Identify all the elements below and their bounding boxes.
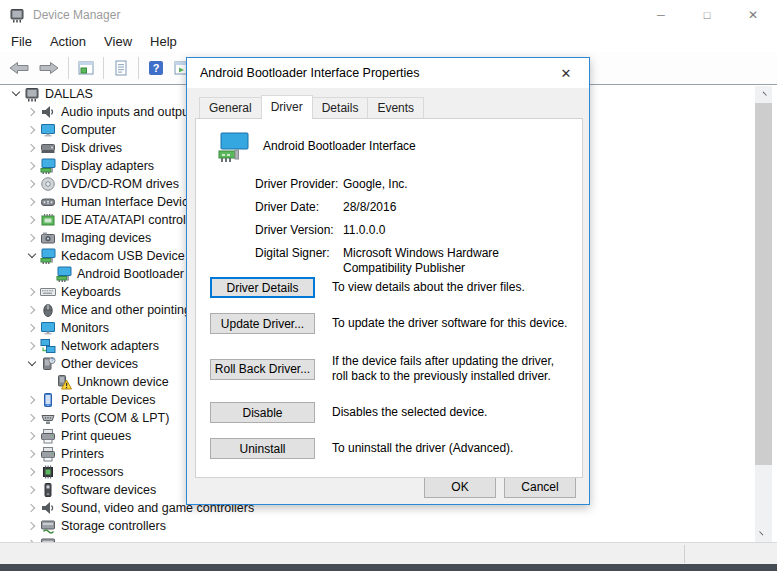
tree-item-label: Audio inputs and outputs (61, 105, 199, 119)
chevron-collapsed-icon[interactable] (24, 500, 40, 516)
chevron-collapsed-icon[interactable] (24, 392, 40, 408)
tree-item-label: Storage controllers (61, 519, 166, 533)
uninstall-button[interactable]: Uninstall (210, 438, 315, 459)
tree-item-label: Printers (61, 447, 104, 461)
action-desc-disable: Disables the selected device. (332, 405, 487, 420)
tree-item-label: DVD/CD-ROM drives (61, 177, 179, 191)
scroll-down-icon[interactable] (755, 525, 772, 542)
toolbar-separator (138, 57, 139, 79)
field-value-digital-signer: Microsoft Windows Hardware Compatibility… (343, 246, 565, 276)
maximize-icon[interactable]: □ (684, 0, 730, 30)
ok-button[interactable]: OK (424, 476, 496, 498)
menu-item-file[interactable]: File (2, 32, 41, 51)
forward-icon[interactable] (34, 55, 64, 81)
disk-icon (40, 140, 56, 156)
chevron-collapsed-icon[interactable] (24, 338, 40, 354)
svg-text:?: ? (153, 62, 160, 74)
driver-details-button[interactable]: Driver Details (210, 277, 315, 298)
status-bar (0, 542, 777, 564)
chevron-collapsed-icon[interactable] (24, 230, 40, 246)
ports-icon (40, 410, 56, 426)
chevron-collapsed-icon[interactable] (24, 320, 40, 336)
chevron-collapsed-icon[interactable] (24, 410, 40, 426)
chevron-collapsed-icon[interactable] (24, 140, 40, 156)
chevron-collapsed-icon[interactable] (24, 482, 40, 498)
tree-item-label: Computer (61, 123, 116, 137)
chevron-expanded-icon[interactable] (8, 86, 24, 102)
device-header: Android Bootloader Interface (217, 131, 416, 163)
chevron-collapsed-icon[interactable] (24, 194, 40, 210)
field-label-digital-signer: Digital Signer: (255, 246, 343, 276)
tree-item-label: Unknown device (77, 375, 169, 389)
tree-item-label: IDE ATA/ATAPI controllers (61, 213, 206, 227)
properties-icon[interactable] (108, 55, 134, 81)
monitor-icon (40, 320, 56, 336)
close-icon[interactable]: ✕ (730, 0, 776, 30)
tab-general[interactable]: General (199, 97, 262, 118)
action-desc-roll-back-driver: If the device fails after updating the d… (332, 354, 570, 384)
tab-details[interactable]: Details (312, 97, 369, 118)
chevron-collapsed-icon[interactable] (24, 302, 40, 318)
device-manager-window: Device Manager ─ □ ✕ FileActionViewHelp … (0, 0, 777, 571)
roll-back-driver-button[interactable]: Roll Back Driver... (210, 359, 315, 380)
tab-events[interactable]: Events (367, 97, 424, 118)
toolbar-separator (103, 57, 104, 79)
action-row-update-driver: Update Driver...To update the driver sof… (210, 313, 570, 334)
chevron-collapsed-icon[interactable] (24, 212, 40, 228)
driver-actions: Driver DetailsTo view details about the … (210, 277, 570, 459)
field-value-driver-date: 28/8/2016 (343, 200, 565, 215)
toolbar-separator (68, 57, 69, 79)
imaging-icon (40, 230, 56, 246)
display-adapter-icon (40, 248, 56, 264)
menu-item-help[interactable]: Help (141, 32, 186, 51)
dialog-close-icon[interactable]: ✕ (549, 58, 583, 88)
tree-item-label: DALLAS (45, 87, 93, 101)
tree-item-label: Imaging devices (61, 231, 151, 245)
network-icon (40, 338, 56, 354)
help-icon[interactable]: ? (143, 55, 169, 81)
storage-icon (40, 518, 56, 534)
printer-icon (40, 446, 56, 462)
chevron-collapsed-icon[interactable] (24, 428, 40, 444)
menu-item-view[interactable]: View (95, 32, 141, 51)
other-device-icon: ? (40, 356, 56, 372)
device-name: Android Bootloader Interface (263, 139, 416, 163)
tree-item-storage-controllers[interactable]: Storage controllers (0, 517, 777, 535)
chevron-collapsed-icon[interactable] (24, 104, 40, 120)
chevron-collapsed-icon[interactable] (24, 284, 40, 300)
chevron-collapsed-icon[interactable] (24, 158, 40, 174)
chevron-collapsed-icon[interactable] (24, 464, 40, 480)
dialog-titlebar: Android Bootloader Interface Properties … (187, 58, 589, 88)
chevron-expanded-icon[interactable] (24, 356, 40, 372)
chevron-collapsed-icon[interactable] (24, 518, 40, 534)
menu-item-action[interactable]: Action (41, 32, 95, 51)
cancel-button[interactable]: Cancel (504, 476, 576, 498)
scroll-thumb[interactable] (755, 103, 772, 465)
minimize-icon[interactable]: ─ (638, 0, 684, 30)
chevron-expanded-icon[interactable] (24, 248, 40, 264)
chevron-collapsed-icon[interactable] (24, 176, 40, 192)
chevron-collapsed-icon[interactable] (24, 122, 40, 138)
titlebar: Device Manager ─ □ ✕ (0, 0, 777, 30)
scroll-up-icon[interactable] (755, 86, 772, 103)
tree-item-label: Network adapters (61, 339, 159, 353)
chevron-collapsed-icon[interactable] (24, 446, 40, 462)
dialog-footer: OK Cancel (424, 476, 576, 498)
tree-item-label: Other devices (61, 357, 138, 371)
speaker-icon (40, 500, 56, 516)
action-row-roll-back-driver: Roll Back Driver...If the device fails a… (210, 349, 570, 389)
tree-scrollbar[interactable] (755, 86, 772, 542)
hid-icon (40, 194, 56, 210)
tree-item-blank[interactable] (0, 535, 777, 542)
tree-item-label: Kedacom USB Device (61, 249, 185, 263)
console-tree-icon[interactable] (73, 55, 99, 81)
field-label-driver-provider: Driver Provider: (255, 177, 343, 192)
back-icon[interactable] (4, 55, 34, 81)
action-row-driver-details: Driver DetailsTo view details about the … (210, 277, 570, 298)
tab-driver[interactable]: Driver (261, 95, 313, 119)
update-driver-button[interactable]: Update Driver... (210, 313, 315, 334)
status-bar-divider (684, 545, 685, 563)
monitor-icon (40, 122, 56, 138)
action-row-disable: DisableDisables the selected device. (210, 402, 570, 423)
disable-button[interactable]: Disable (210, 402, 315, 423)
